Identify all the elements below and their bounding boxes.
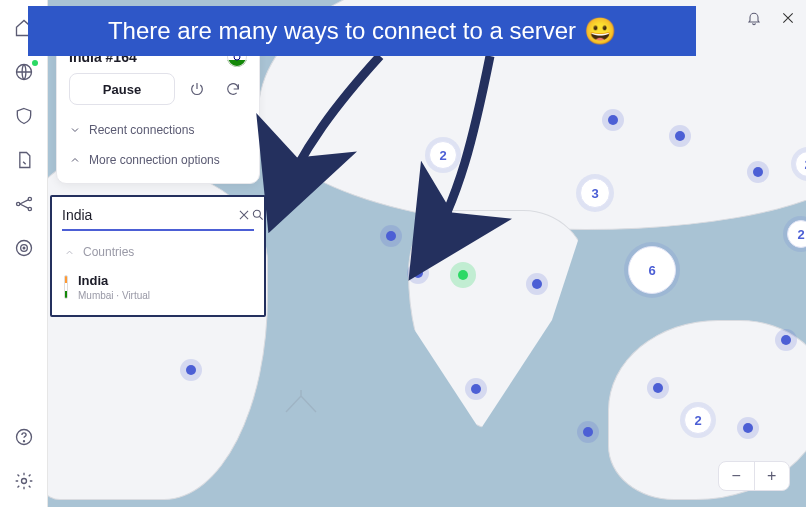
map-server-node[interactable] xyxy=(386,231,396,241)
close-icon[interactable] xyxy=(776,6,800,30)
annotation-text: There are many ways to connect to a serv… xyxy=(108,17,576,45)
connection-panel: India #164 Pause Recent connections More… xyxy=(56,34,260,184)
left-nav-rail xyxy=(0,0,48,507)
map-server-node[interactable] xyxy=(743,423,753,433)
svg-point-2 xyxy=(28,197,31,200)
map-server-cluster[interactable]: 6 xyxy=(628,246,676,294)
more-options-toggle[interactable]: More connection options xyxy=(57,145,259,175)
chevron-up-icon xyxy=(69,154,81,166)
chevron-down-icon xyxy=(69,124,81,136)
zoom-in-button[interactable]: + xyxy=(755,462,790,490)
map-server-node[interactable] xyxy=(186,365,196,375)
map-server-node[interactable] xyxy=(653,383,663,393)
annotation-banner: There are many ways to connect to a serv… xyxy=(28,6,696,56)
pause-button[interactable]: Pause xyxy=(69,73,175,105)
map-server-cluster[interactable]: 2 xyxy=(429,141,457,169)
countries-group-header: Countries xyxy=(52,237,264,267)
nav-help-icon[interactable] xyxy=(8,419,40,455)
zoom-out-button[interactable]: − xyxy=(719,462,755,490)
app-window: 236222 India #164 Pause Recent connectio… xyxy=(0,0,806,507)
map-server-node[interactable] xyxy=(753,167,763,177)
map-server-cluster[interactable]: 2 xyxy=(787,220,806,248)
search-panel: Countries India Mumbai · Virtual xyxy=(50,195,266,317)
svg-point-9 xyxy=(21,479,26,484)
result-name: India xyxy=(78,273,150,288)
svg-point-6 xyxy=(23,247,25,249)
chevron-up-icon xyxy=(64,247,75,258)
nav-globe-icon[interactable] xyxy=(8,54,40,90)
map-server-node[interactable] xyxy=(532,279,542,289)
more-options-label: More connection options xyxy=(89,153,220,167)
map-server-cluster[interactable]: 3 xyxy=(580,178,610,208)
result-subtitle: Mumbai · Virtual xyxy=(78,290,150,301)
window-controls xyxy=(742,6,800,30)
svg-point-10 xyxy=(253,210,260,217)
svg-point-8 xyxy=(23,441,24,442)
map-server-node[interactable] xyxy=(413,268,423,278)
map-server-node[interactable] xyxy=(675,131,685,141)
search-result-india[interactable]: India Mumbai · Virtual xyxy=(52,267,264,315)
recent-connections-label: Recent connections xyxy=(89,123,194,137)
map-server-cluster[interactable]: 2 xyxy=(684,406,712,434)
search-icon[interactable] xyxy=(251,208,265,222)
nav-radar-icon[interactable] xyxy=(8,230,40,266)
flag-icon-india xyxy=(64,275,68,299)
map-server-node[interactable] xyxy=(471,384,481,394)
map-server-node[interactable] xyxy=(781,335,791,345)
nav-file-icon[interactable] xyxy=(8,142,40,178)
nav-shield-icon[interactable] xyxy=(8,98,40,134)
map-server-node[interactable] xyxy=(583,427,593,437)
svg-point-3 xyxy=(28,207,31,210)
refresh-icon[interactable] xyxy=(219,75,247,103)
recent-connections-toggle[interactable]: Recent connections xyxy=(57,115,259,145)
nav-mesh-icon[interactable] xyxy=(8,186,40,222)
svg-point-1 xyxy=(16,202,19,205)
clear-search-icon[interactable] xyxy=(237,208,251,222)
nav-settings-icon[interactable] xyxy=(8,463,40,499)
emoji-icon: 😀 xyxy=(584,16,616,47)
power-icon[interactable] xyxy=(183,75,211,103)
map-server-node[interactable] xyxy=(608,115,618,125)
search-input[interactable] xyxy=(62,207,237,223)
countries-label: Countries xyxy=(83,245,134,259)
map-server-node[interactable] xyxy=(458,270,468,280)
zoom-controls: − + xyxy=(718,461,790,491)
notification-bell-icon[interactable] xyxy=(742,6,766,30)
